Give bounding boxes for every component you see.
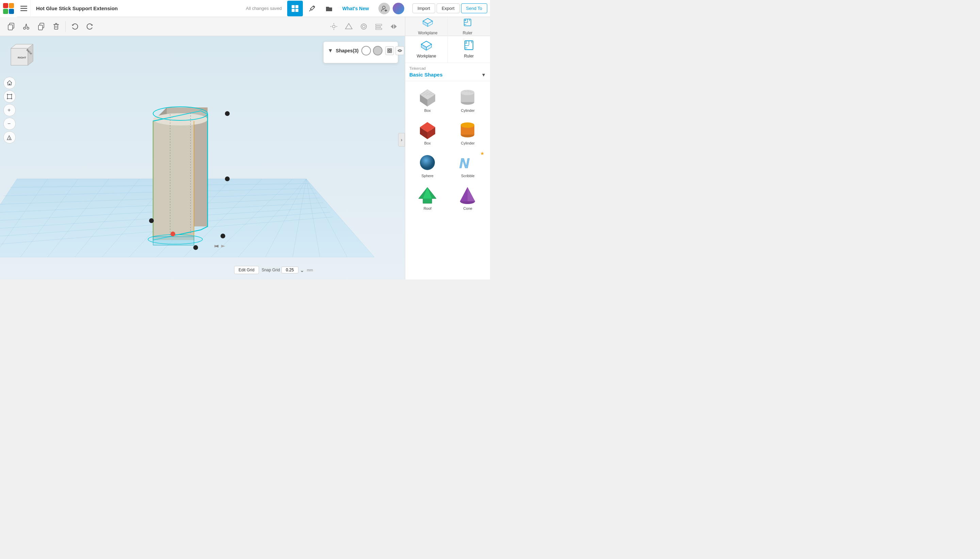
category-name[interactable]: Basic Shapes	[410, 72, 443, 78]
workplane-panel-button[interactable]: Workplane	[405, 36, 448, 63]
svg-point-23	[332, 25, 335, 28]
shape-action-buttons	[385, 46, 404, 55]
send-to-button[interactable]: Send To	[461, 3, 487, 13]
handle-bottom-front[interactable]	[193, 245, 198, 250]
perspective-button[interactable]	[3, 131, 16, 144]
fit-view-button[interactable]	[3, 91, 16, 103]
shape-item-cylinder-orange[interactable]: Cylinder	[448, 117, 488, 148]
shapes-panel-collapse[interactable]: ▼	[328, 48, 333, 54]
svg-text:N: N	[459, 156, 469, 171]
category-source-label: Tinkercad	[410, 66, 486, 70]
svg-line-15	[26, 24, 27, 28]
shape-name-cylinder-gray: Cylinder	[461, 109, 475, 112]
light-button[interactable]	[327, 19, 341, 34]
shape-item-box-red[interactable]: Box	[408, 117, 447, 148]
panel-collapse-button[interactable]: ›	[398, 133, 405, 147]
shape-name-cone-purple: Cone	[463, 207, 472, 210]
svg-rect-31	[376, 24, 382, 25]
svg-marker-156	[460, 187, 468, 201]
bottom-controls: Edit Grid Snap Grid ⌄ mm	[234, 266, 313, 274]
home-view-button[interactable]	[3, 77, 16, 89]
handle-top-right[interactable]	[225, 111, 230, 116]
svg-marker-38	[423, 21, 428, 26]
import-button[interactable]: Import	[413, 3, 435, 13]
tinkercad-logo[interactable]	[0, 0, 17, 17]
orientation-cube[interactable]: RIGHT BACK	[4, 41, 35, 72]
import-export-controls: Import Export Send To	[410, 3, 490, 13]
svg-rect-11	[8, 25, 13, 30]
group-button[interactable]	[385, 46, 394, 55]
save-status: All changes saved	[246, 6, 282, 11]
workplane-ruler-section: Workplane Ruler	[405, 36, 490, 63]
workplane-icon	[422, 18, 433, 29]
svg-marker-115	[426, 44, 431, 50]
ruler-panel-button[interactable]: Ruler	[448, 36, 490, 63]
3d-object[interactable]	[148, 107, 207, 245]
snap-grid-unit: mm	[307, 268, 313, 272]
redo-button[interactable]	[83, 19, 97, 34]
whats-new-button[interactable]: What's New	[338, 6, 373, 11]
workplane-panel-label: Workplane	[416, 54, 436, 58]
right-panel: Workplane Ruler Tinkercad Basic Shapes ▼	[405, 36, 490, 280]
svg-rect-5	[292, 9, 295, 12]
svg-point-7	[383, 6, 385, 9]
user-avatar[interactable]	[393, 3, 404, 14]
mirror-button[interactable]	[386, 19, 401, 34]
delete-button[interactable]	[49, 19, 63, 34]
duplicate-button[interactable]	[34, 19, 48, 34]
grid-view-button[interactable]	[287, 1, 303, 17]
shape-item-sphere-blue[interactable]: Sphere	[408, 149, 447, 180]
3d-viewport[interactable]: ▼ Shapes(3)	[0, 36, 405, 280]
svg-rect-17	[38, 25, 43, 30]
shape-thumb-roof-green	[416, 185, 439, 205]
cut-button[interactable]	[19, 19, 33, 34]
ruler-icon	[463, 18, 472, 29]
zoom-in-button[interactable]: +	[3, 104, 16, 116]
align-button[interactable]	[371, 19, 386, 34]
handle-mid-right[interactable]	[225, 177, 230, 181]
nav-menu-button[interactable]	[17, 0, 31, 17]
shape-item-roof-green[interactable]: Roof	[408, 182, 447, 213]
handle-center[interactable]	[171, 232, 175, 237]
project-title[interactable]: Hot Glue Stick Support Extension	[31, 5, 246, 11]
snap-grid-stepper[interactable]: ⌄	[300, 267, 304, 273]
edit-grid-button[interactable]: Edit Grid	[234, 266, 259, 274]
svg-marker-35	[394, 24, 397, 29]
shape-name-box-gray: Box	[425, 109, 431, 112]
shape-item-cone-purple[interactable]: Cone	[448, 182, 488, 213]
hole-shape-button[interactable]	[373, 46, 383, 55]
main-toolbar	[0, 17, 405, 36]
folder-button[interactable]	[321, 1, 337, 17]
shape-item-box-gray[interactable]: Box	[408, 84, 447, 115]
svg-marker-85	[153, 237, 194, 245]
snap-grid-input[interactable]	[282, 266, 298, 273]
shape-item-scribble[interactable]: ★ N N Scribble	[448, 149, 488, 180]
workplane-panel-icon	[420, 40, 433, 52]
undo-button[interactable]	[68, 19, 82, 34]
tools-button[interactable]	[304, 1, 320, 17]
shape-thumb-cylinder-gray	[456, 87, 480, 107]
handle-bottom-left[interactable]	[149, 218, 154, 223]
solid-shape-button[interactable]	[361, 46, 371, 55]
svg-text:+: +	[7, 107, 10, 113]
svg-point-136	[461, 90, 474, 95]
ruler-button[interactable]: Ruler	[448, 13, 487, 40]
snap-grid-control: Snap Grid ⌄	[262, 266, 304, 273]
visibility-button[interactable]	[395, 46, 404, 55]
handle-bottom-right[interactable]	[221, 233, 225, 238]
svg-rect-2	[20, 10, 27, 11]
export-button[interactable]: Export	[436, 3, 460, 13]
category-expand-arrow[interactable]: ▼	[481, 72, 486, 78]
hole-view-button[interactable]	[357, 19, 371, 34]
svg-rect-100	[9, 84, 10, 85]
add-user-button[interactable]	[378, 3, 390, 14]
scribble-star-badge: ★	[480, 150, 484, 156]
svg-rect-6	[295, 9, 298, 12]
toolbar-separator	[65, 21, 66, 32]
zoom-out-button[interactable]: −	[3, 117, 16, 130]
svg-line-14	[25, 24, 26, 28]
shape-item-cylinder-gray[interactable]: Cylinder	[448, 84, 488, 115]
shape-view-button[interactable]	[342, 19, 356, 34]
workplane-button[interactable]: Workplane	[408, 13, 448, 40]
copy-button[interactable]	[4, 19, 18, 34]
